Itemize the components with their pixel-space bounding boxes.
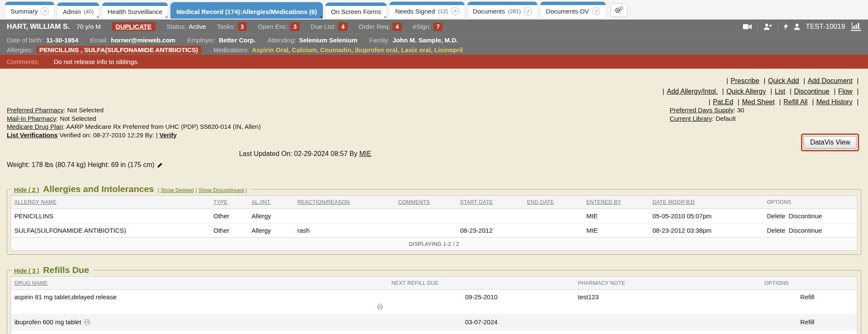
list-verifications-link[interactable]: List Verifications <box>7 131 58 139</box>
email-value: horner@mieweb.com <box>111 36 175 44</box>
flow-link[interactable]: Flow <box>838 88 853 95</box>
printer-icon[interactable] <box>377 304 383 311</box>
refill-link[interactable]: Refill <box>800 293 814 301</box>
delete-link[interactable]: Delete <box>767 227 785 234</box>
quick-add-link[interactable]: Quick Add <box>768 77 799 84</box>
col-pharmacy-note: PHARMACY NOTE <box>575 277 761 290</box>
allergies-section-title: Allergies and Intolerances <box>43 184 154 194</box>
tab-label: Needs Signed <box>395 8 435 15</box>
tab-documents-dv[interactable]: Documents-DV ↗ <box>540 2 606 18</box>
col-drug-name[interactable]: DRUG NAME <box>11 277 388 290</box>
tab-summary[interactable]: Summary ↗ <box>5 2 54 18</box>
col-reaction-reason[interactable]: REACTION/REASON <box>294 196 395 209</box>
allergies-paging-status: DISPLAYING 1-2 / 2 <box>11 238 857 251</box>
open-in-new-icon[interactable]: ↗ <box>524 7 532 15</box>
allergies-hide-link[interactable]: Hide ( 2 ) <box>14 186 39 193</box>
order-req-badge[interactable]: 4 <box>392 22 402 31</box>
mail-in-pharmacy-link[interactable]: Mail-In Pharmacy <box>7 115 56 122</box>
employer-value: Better Corp. <box>219 36 256 44</box>
status-value: Active <box>189 23 206 30</box>
preferred-days-supply-link[interactable]: Preferred Days Supply <box>670 106 734 114</box>
employer-label: Employer: <box>187 36 216 44</box>
refills-hide-link[interactable]: Hide ( 3 ) <box>14 267 39 274</box>
quick-allergy-link[interactable]: Quick Allergy <box>726 88 766 95</box>
medication-link[interactable]: Calcium <box>288 46 317 53</box>
discontinue-link[interactable]: Discontinue <box>789 227 822 234</box>
video-visit-icon[interactable] <box>743 24 752 30</box>
order-req-label: Order Req: <box>359 23 390 30</box>
due-list-badge[interactable]: 4 <box>338 22 348 31</box>
action-row-1: Prescribe Quick Add Add Document <box>660 75 861 86</box>
tab-needs-signed[interactable]: Needs Signed (12) ↗ <box>389 2 464 18</box>
tab-count: (281) <box>508 8 520 14</box>
tasks-badge[interactable]: 3 <box>238 22 247 31</box>
patient-age-sex: 70 y/o M <box>76 23 101 30</box>
col-al-int[interactable]: AL./INT. <box>248 196 294 209</box>
add-person-icon[interactable] <box>763 23 772 30</box>
preferred-pharmacy-link[interactable]: Preferred Pharmacy <box>7 106 64 114</box>
last-updated-by-link[interactable]: MIE <box>359 150 371 157</box>
col-entered-by[interactable]: ENTERED BY <box>583 196 649 209</box>
medication-link[interactable]: Lasix oral <box>398 46 431 53</box>
add-allergy-intol-link[interactable]: Add Allergy/Intol. <box>667 88 718 95</box>
discontinue-link[interactable]: Discontinue <box>789 212 822 220</box>
refill-link[interactable]: Refill <box>800 318 814 326</box>
datavis-view-button[interactable]: DataVis View <box>804 136 857 149</box>
tab-admin[interactable]: Admin (40) <box>57 3 99 18</box>
pharmacy-note: test123 <box>575 290 761 315</box>
tab-cap <box>57 3 99 6</box>
action-row-2: Add Allergy/Intol. Quick Allergy List Di… <box>660 86 861 97</box>
verify-link[interactable]: Verify <box>159 131 177 139</box>
show-discontinued-link[interactable]: Show Discontinued <box>198 187 244 193</box>
list-link[interactable]: List <box>775 88 785 95</box>
medication-link[interactable]: Aspirin Oral <box>252 46 288 53</box>
chart-tab-bar: Summary ↗ Admin (40) Health Surveillance… <box>0 0 868 19</box>
discontinue-link[interactable]: Discontinue <box>794 88 829 95</box>
col-date-modified[interactable]: DATE MODIFIED <box>649 196 764 209</box>
duplicate-flag[interactable]: DUPLICATE <box>112 22 156 31</box>
medication-link[interactable]: ibuprofen oral <box>351 46 398 53</box>
open-enc-badge[interactable]: 3 <box>290 22 300 31</box>
tab-on-screen-forms[interactable]: On Screen Forms <box>326 3 387 18</box>
tab-cap <box>326 3 387 6</box>
tab-cap <box>5 2 54 5</box>
refill-all-link[interactable]: Refill All <box>784 98 808 106</box>
medication-link[interactable]: Coumadin <box>317 46 351 53</box>
open-in-new-icon[interactable]: ↗ <box>592 7 600 15</box>
med-sheet-link[interactable]: Med Sheet <box>742 98 775 106</box>
prescribe-link[interactable]: Prescribe <box>731 77 760 84</box>
med-history-link[interactable]: Med History <box>816 98 852 106</box>
col-allergy-name[interactable]: ALLERGY NAME <box>11 196 210 209</box>
medicare-drug-plan-link[interactable]: Medicare Drug Plan <box>7 123 63 130</box>
due-list-label: Due List: <box>311 23 336 30</box>
person-icon[interactable] <box>794 23 800 30</box>
current-library-link[interactable]: Current Library <box>670 115 712 122</box>
col-end-date[interactable]: END DATE <box>524 196 583 209</box>
col-comments[interactable]: COMMENTS <box>395 196 457 209</box>
tab-settings-button[interactable] <box>610 3 627 17</box>
open-in-new-icon[interactable]: ↗ <box>451 7 459 15</box>
delete-link[interactable]: Delete <box>767 212 785 220</box>
esign-badge[interactable]: 7 <box>434 22 443 31</box>
pat-ed-link[interactable]: Pat.Ed <box>713 98 733 106</box>
tab-label: Documents <box>473 8 505 15</box>
edit-pencil-icon[interactable] <box>157 162 163 168</box>
tab-medical-record-active[interactable]: Medical Record (174):Allergies/Medicatio… <box>171 3 323 18</box>
refill-row: lisinopril 10 mg tablet 07-01-2010 Refil… <box>11 330 857 334</box>
flowsheet-chart-icon[interactable] <box>851 22 861 31</box>
tab-health-surveillance[interactable]: Health Surveillance <box>102 3 168 18</box>
comments-bar: Comments: Do not release info to sibling… <box>0 55 868 69</box>
show-deleted-link[interactable]: Show Deleted <box>161 187 194 193</box>
rx-settings: Preferred Days Supply30 Current LibraryD… <box>670 106 744 122</box>
printer-icon[interactable] <box>84 319 90 326</box>
tab-documents[interactable]: Documents (281) ↗ <box>467 2 537 18</box>
col-type[interactable]: TYPE <box>210 196 248 209</box>
open-in-new-icon[interactable]: ↗ <box>41 7 49 15</box>
comments-label: Comments: <box>7 58 39 65</box>
comments-text: Do not release info to siblings. <box>54 58 139 65</box>
col-options: OPTIONS <box>764 196 857 209</box>
add-document-link[interactable]: Add Document <box>808 77 853 84</box>
col-start-date[interactable]: START DATE <box>457 196 524 209</box>
medication-link[interactable]: Lisinopril <box>431 46 463 53</box>
lightning-bolt-icon[interactable] <box>784 23 788 30</box>
